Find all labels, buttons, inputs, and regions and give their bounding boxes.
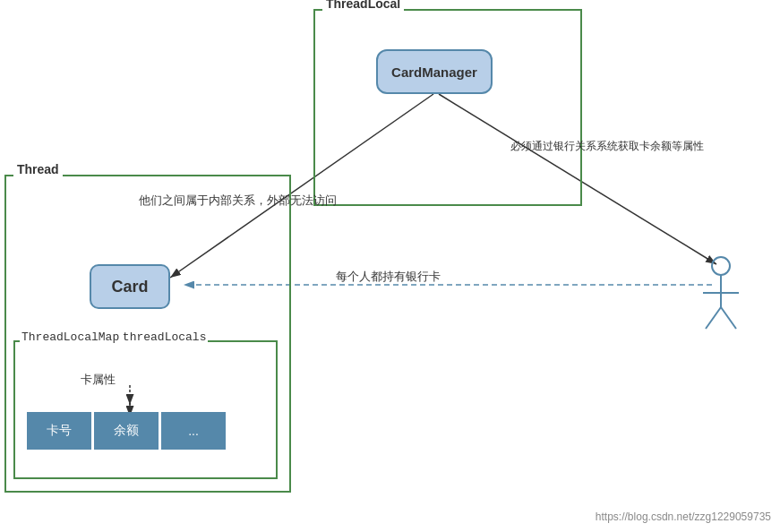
card-cell-0: 卡号 [27, 412, 91, 450]
card-table: 卡号 余额 ... [27, 412, 226, 450]
threadlocal-label: ThreadLocal [322, 0, 404, 11]
card-cell-1: 余额 [94, 412, 159, 450]
threadlocalmap-label: ThreadLocalMap threadLocals [20, 330, 208, 344]
svg-point-8 [712, 257, 730, 275]
attr-arrow [116, 385, 143, 412]
card-cell-2: ... [161, 412, 226, 450]
threadlocals-text: threadLocals [123, 330, 207, 344]
threadlocal-box: ThreadLocal [313, 9, 582, 206]
card-label: Card [111, 278, 148, 296]
threadlocalmap-box: ThreadLocalMap threadLocals [13, 340, 278, 479]
annotation-bank: 必须通过银行关系系统获取卡余额等属性 [510, 139, 704, 154]
svg-line-12 [721, 307, 736, 329]
thread-label: Thread [13, 162, 63, 176]
card-node: Card [90, 264, 170, 309]
svg-line-11 [706, 307, 721, 329]
card-attr-label: 卡属性 [81, 372, 116, 388]
annotation-internal: 他们之间属于内部关系，外部无法访问 [139, 193, 337, 209]
watermark: https://blog.csdn.net/zzg1229059735 [596, 511, 771, 523]
annotation-card: 每个人都持有银行卡 [336, 269, 441, 285]
card-manager-node: CardManager [376, 49, 493, 94]
person-figure [699, 255, 743, 339]
diagram: ThreadLocal CardManager Thread Card Thre… [0, 0, 780, 532]
threadlocalmap-text: ThreadLocalMap [21, 330, 119, 344]
card-manager-label: CardManager [391, 64, 477, 80]
